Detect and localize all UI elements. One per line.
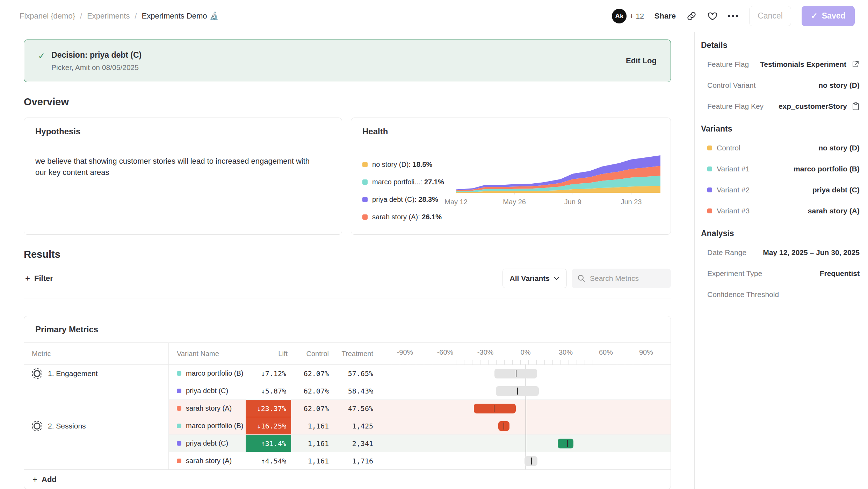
confidence-interval-bar [525,456,537,466]
variant-name: sarah story (A) [186,457,232,465]
detail-row: Control Variantno story (D) [707,80,860,91]
axis-minor-tick [520,360,521,364]
metric-cell [24,434,169,452]
legend-item: priya debt (C): 28.3% [362,196,456,204]
axis-minor-tick [552,360,553,364]
cancel-button[interactable]: Cancel [749,6,791,26]
lift-value: ↓5.87% [246,382,291,399]
axis-minor-tick [617,360,617,364]
variant-slot-label: Variant #1 [717,165,750,173]
control-value: 1,161 [291,417,332,434]
add-metric-row: + Add [24,469,671,489]
legend-value: 28.3% [418,196,438,203]
overview-heading: Overview [24,96,671,108]
breadcrumb-experiments[interactable]: Experiments [87,12,130,21]
detail-value: exp_customerStory [779,102,860,111]
collaborators[interactable]: Ak + 12 [612,9,644,23]
confidence-interval-bar [474,404,516,413]
breadcrumb-project[interactable]: Fixpanel {demo} [20,12,75,21]
confidence-interval-cell [377,452,671,469]
variant-color-dot [177,441,181,446]
variant-swatch [707,166,712,171]
axis-minor-tick [633,360,633,364]
health-chart: May 12May 26Jun 9Jun 23 [456,154,666,221]
details-section: Details Feature FlagTestimonials Experim… [701,41,860,112]
main-panel: ✓ Decision: priya debt (C) Picker, Amit … [0,32,694,489]
share-button[interactable]: Share [654,12,676,21]
lift-axis-header: -90%-60%-30%0%30%60%90% [377,343,671,364]
axis-label: 30% [559,348,573,356]
metrics-search[interactable] [572,269,671,288]
variant-name: priya debt (C) [186,387,228,395]
legend-swatch [362,197,368,202]
legend-swatch [362,214,368,220]
axis-minor-tick [544,360,545,364]
variant-swatch [707,146,712,150]
axis-minor-tick [601,360,601,364]
edit-log-button[interactable]: Edit Log [626,56,657,65]
search-icon [577,274,586,283]
search-input[interactable] [590,274,663,283]
chevron-down-icon [554,277,559,280]
axis-minor-tick [649,360,649,364]
variant-slot: Variant #2 [707,186,750,194]
lift-value: ↑4.54% [246,452,291,469]
external-link-icon[interactable] [851,60,860,69]
axis-minor-tick [456,360,456,364]
detail-value[interactable]: Testimonials Experiment [760,60,860,69]
legend-value: 26.1% [422,213,442,221]
metric-icon [32,368,42,379]
detail-row: Feature FlagTestimonials Experiment [707,59,860,70]
detail-row: Feature Flag Keyexp_customerStory [707,101,860,112]
decision-banner: ✓ Decision: priya debt (C) Picker, Amit … [24,40,671,82]
variant-cell: sarah story (A) [169,452,246,469]
treatment-value: 1,425 [332,417,377,434]
plus-icon: + [32,475,37,484]
axis-minor-tick [472,360,472,364]
axis-minor-tick [504,360,505,364]
variant-value: sarah story (A) [808,207,860,215]
ci-marker [567,440,568,447]
avatar[interactable]: Ak [612,9,627,23]
metric-name[interactable]: 2. Sessions [32,421,86,431]
variant-value: no story (D) [818,144,860,152]
health-card: Health no story (D): 18.5%marco portfoli… [351,118,671,235]
axis-label: -90% [397,348,413,356]
breadcrumb-separator: / [135,12,137,21]
ci-marker [517,388,518,395]
saved-button[interactable]: ✓ Saved [802,6,855,26]
add-metric-button[interactable]: + Add [32,475,57,484]
analysis-label: Confidence Threshold [707,290,779,299]
variant-slot-label: Control [717,144,740,152]
table-row: 2. Sessionsmarco portfolio (B)↓16.25%1,1… [24,417,671,434]
confidence-interval-cell [377,399,671,417]
copy-link-icon[interactable] [686,11,697,21]
table-row: sarah story (A)↓23.37%62.07%47.56% [24,399,671,417]
x-tick-label: May 12 [444,198,468,206]
variant-swatch [707,208,712,213]
favorite-icon[interactable] [707,11,718,21]
axis-label: 0% [521,348,531,356]
clipboard-icon[interactable] [852,102,860,111]
more-menu-icon[interactable]: ••• [728,11,739,21]
metric-name[interactable]: 1. Engagement [32,368,97,379]
primary-metrics-title: Primary Metrics [35,325,98,334]
legend-label: marco portfoli...: 27.1% [372,178,444,186]
metric-label-text: 2. Sessions [48,422,86,430]
legend-item: no story (D): 18.5% [362,161,456,169]
axis-minor-tick [448,360,448,364]
stacked-area-chart [456,154,666,194]
axis-minor-tick [496,360,497,364]
legend-value: 18.5% [413,161,433,168]
ci-marker [504,423,504,430]
table-body: 1. Engagementmarco portfolio (B)↓7.12%62… [24,364,671,469]
add-filter-button[interactable]: + Filter [24,274,53,283]
variants-dropdown[interactable]: All Variants [502,269,567,288]
axis-label: 90% [639,348,653,356]
confidence-interval-bar [494,369,537,378]
decision-title: Decision: priya debt (C) [51,50,142,60]
legend-swatch [362,179,368,185]
variant-name: priya debt (C) [186,439,228,447]
legend-item: marco portfoli...: 27.1% [362,178,456,186]
lift-value: ↓23.37% [246,399,291,417]
